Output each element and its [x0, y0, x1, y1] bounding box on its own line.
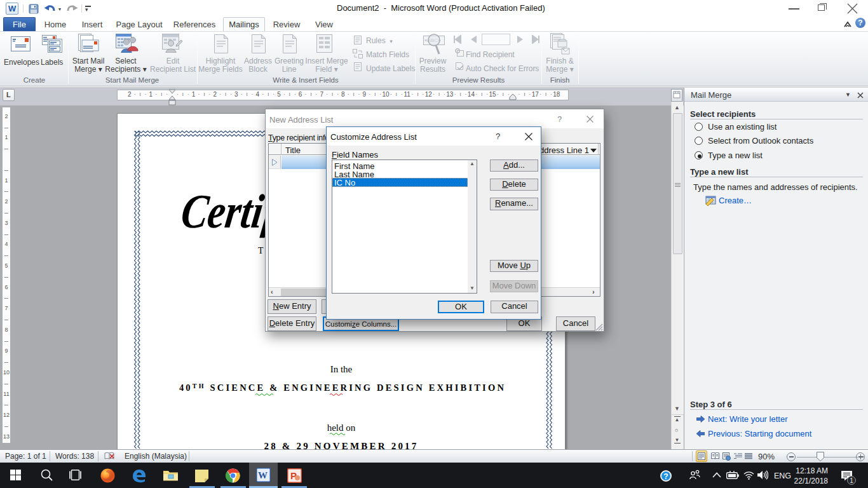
svg-text:W: W [258, 470, 268, 480]
